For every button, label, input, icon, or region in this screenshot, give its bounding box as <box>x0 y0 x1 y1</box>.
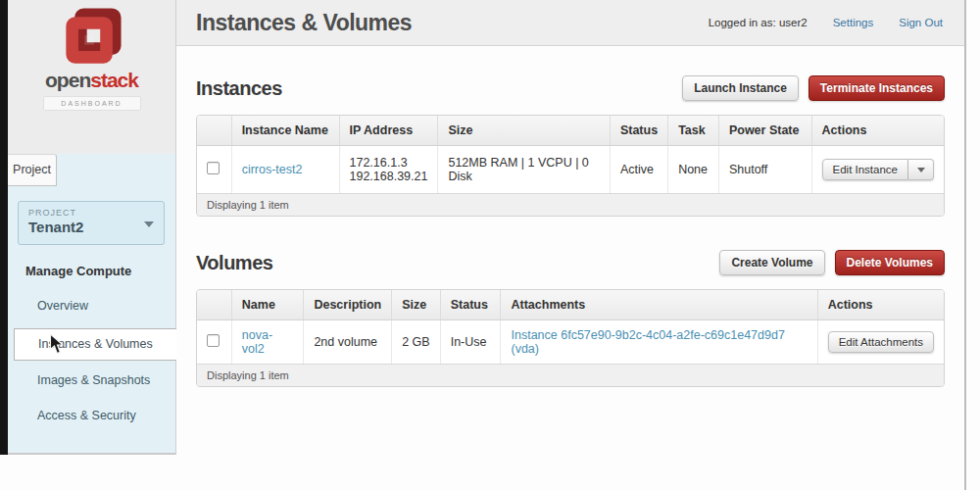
window-edge-strip <box>0 0 8 455</box>
sidebar-item-access-security[interactable]: Access & Security <box>37 409 136 422</box>
create-volume-button[interactable]: Create Volume <box>719 250 824 275</box>
instances-col-size: Size <box>437 116 609 146</box>
page-title: Instances & Volumes <box>176 10 412 36</box>
wordmark-stack: stack <box>90 69 138 91</box>
logo-area: openstack DASHBOARD <box>8 0 175 154</box>
sidebar-item-instances-volumes[interactable]: Instances & Volumes <box>14 328 176 361</box>
instances-col-status: Status <box>610 116 667 146</box>
launch-instance-button[interactable]: Launch Instance <box>682 75 799 101</box>
volume-row: nova-vol2 2nd volume 2 GB In-Use Instanc… <box>197 320 944 364</box>
instances-col-task: Task <box>667 116 718 146</box>
instance-row-checkbox[interactable] <box>207 162 220 174</box>
edit-attachments-button[interactable]: Edit Attachments <box>828 331 934 353</box>
tab-project[interactable]: Project <box>8 154 57 186</box>
instances-col-ip: IP Address <box>339 116 438 146</box>
instance-power-state: Shutoff <box>718 146 811 193</box>
openstack-dashboard-screen: openstack DASHBOARD Project PROJECT Tena… <box>0 0 980 490</box>
page-header: Instances & Volumes Logged in as: user2 … <box>176 0 964 46</box>
openstack-logo-icon <box>62 8 122 69</box>
volume-attachment-link[interactable]: Instance 6fc57e90-9b2c-4c04-a2fe-c69c1e4… <box>511 328 784 356</box>
volumes-table: Name Description Size Status Attachments… <box>196 289 945 387</box>
chevron-down-icon <box>144 221 154 227</box>
instances-col-actions: Actions <box>811 116 944 146</box>
volumes-table-header-row: Name Description Size Status Attachments… <box>197 290 944 320</box>
instances-table-header-row: Instance Name IP Address Size Status Tas… <box>197 116 944 146</box>
volume-description: 2nd volume <box>303 320 391 364</box>
sign-out-link[interactable]: Sign Out <box>899 17 943 28</box>
volume-row-checkbox[interactable] <box>207 334 220 347</box>
content-area: Instances Launch Instance Terminate Inst… <box>176 75 964 387</box>
instance-name-link[interactable]: cirros-test2 <box>242 163 303 176</box>
instance-actions-dropdown-button[interactable] <box>908 159 934 180</box>
sidebar-section-manage-compute: Manage Compute <box>25 264 131 278</box>
instances-col-name: Instance Name <box>231 116 339 146</box>
volumes-col-actions: Actions <box>817 290 944 320</box>
wordmark-open: open <box>45 69 90 91</box>
terminate-instances-button[interactable]: Terminate Instances <box>808 75 945 101</box>
chevron-down-icon <box>917 168 925 172</box>
instance-task: None <box>667 146 718 193</box>
mouse-cursor <box>49 333 65 355</box>
logged-in-as: Logged in as: user2 <box>709 17 808 28</box>
project-selector-label: PROJECT <box>28 208 154 218</box>
delete-volumes-button[interactable]: Delete Volumes <box>835 250 945 275</box>
instance-action-group: Edit Instance <box>822 159 934 180</box>
volumes-heading: Volumes <box>196 252 272 274</box>
header-user-area: Logged in as: user2 Settings Sign Out <box>709 17 964 28</box>
volume-status: In-Use <box>440 320 501 364</box>
volume-name-link[interactable]: nova-vol2 <box>242 328 272 356</box>
volumes-footer-text: Displaying 1 item <box>197 364 944 386</box>
instances-table-footer: Displaying 1 item <box>197 193 944 216</box>
instances-actions: Launch Instance Terminate Instances <box>682 75 945 101</box>
instance-size: 512MB RAM | 1 VCPU | 0 Disk <box>437 146 609 193</box>
edit-instance-button[interactable]: Edit Instance <box>822 159 908 180</box>
volumes-col-description: Description <box>303 290 391 320</box>
instances-footer-text: Displaying 1 item <box>197 193 944 216</box>
openstack-wordmark: openstack <box>8 71 175 90</box>
sidebar-item-images-snapshots[interactable]: Images & Snapshots <box>37 373 150 387</box>
sidebar-panel: Project PROJECT Tenant2 Manage Compute O… <box>8 154 175 455</box>
project-selector-value: Tenant2 <box>28 219 154 235</box>
instances-heading: Instances <box>196 77 282 100</box>
main-content: Instances & Volumes Logged in as: user2 … <box>176 0 966 490</box>
instances-table: Instance Name IP Address Size Status Tas… <box>196 115 945 217</box>
instance-ip-1: 172.16.1.3 <box>350 156 428 170</box>
volumes-table-footer: Displaying 1 item <box>197 364 944 386</box>
volumes-actions: Create Volume Delete Volumes <box>719 250 945 275</box>
instances-col-power: Power State <box>718 116 811 146</box>
sidebar-item-overview[interactable]: Overview <box>37 299 88 313</box>
volumes-col-checkbox <box>197 290 231 320</box>
instance-ip-2: 192.168.39.21 <box>350 170 428 183</box>
volumes-section-bar: Volumes Create Volume Delete Volumes <box>196 250 945 275</box>
volumes-col-size: Size <box>391 290 440 320</box>
volume-size: 2 GB <box>391 320 440 364</box>
volumes-col-name: Name <box>231 290 304 320</box>
dashboard-label: DASHBOARD <box>43 96 141 111</box>
sidebar: openstack DASHBOARD Project PROJECT Tena… <box>8 0 176 455</box>
project-selector[interactable]: PROJECT Tenant2 <box>18 201 165 245</box>
volumes-col-attachments: Attachments <box>500 290 816 320</box>
volumes-col-status: Status <box>440 290 501 320</box>
instances-section-bar: Instances Launch Instance Terminate Inst… <box>196 75 945 101</box>
instance-status: Active <box>610 146 667 193</box>
instance-row: cirros-test2 172.16.1.3192.168.39.21 512… <box>197 146 944 193</box>
instances-col-checkbox <box>197 116 231 146</box>
settings-link[interactable]: Settings <box>833 17 874 28</box>
